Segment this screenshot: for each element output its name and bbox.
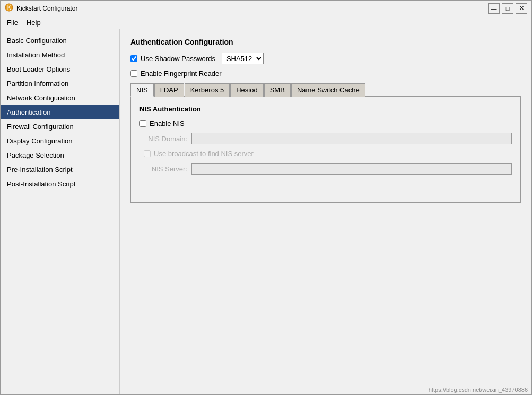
shadow-passwords-checkbox[interactable] [130, 55, 137, 62]
nis-server-row: NIS Server: [139, 163, 512, 175]
tab-smb[interactable]: SMB [264, 83, 291, 97]
fingerprint-label: Enable Fingerprint Reader [141, 70, 221, 78]
use-broadcast-row: Use broadcast to find NIS server [144, 150, 512, 158]
menu-help[interactable]: Help [22, 18, 45, 28]
content-area: Basic Configuration Installation Method … [1, 29, 531, 394]
tab-ldap[interactable]: LDAP [154, 83, 184, 97]
sha512-dropdown[interactable]: SHA512 MD5 SHA256 [222, 53, 264, 64]
sidebar-item-installation-method[interactable]: Installation Method [1, 48, 119, 62]
window-controls: — □ ✕ [488, 3, 527, 14]
nis-domain-input[interactable] [191, 133, 512, 144]
use-broadcast-checkbox[interactable] [144, 150, 151, 157]
nis-domain-row: NIS Domain: [139, 133, 512, 144]
maximize-button[interactable]: □ [502, 3, 513, 14]
section-title: Authentication Configuration [130, 38, 521, 46]
use-broadcast-label: Use broadcast to find NIS server [154, 150, 254, 158]
title-bar: K Kickstart Configurator — □ ✕ [1, 1, 531, 16]
svg-text:K: K [7, 5, 11, 11]
sidebar-item-basic-configuration[interactable]: Basic Configuration [1, 33, 119, 48]
fingerprint-checkbox[interactable] [130, 70, 137, 77]
sidebar: Basic Configuration Installation Method … [1, 29, 120, 394]
sidebar-item-network-configuration[interactable]: Network Configuration [1, 91, 119, 105]
nis-domain-label: NIS Domain: [139, 135, 187, 143]
fingerprint-row: Enable Fingerprint Reader [130, 70, 521, 78]
watermark: https://blog.csdn.net/weixin_43970886 [429, 387, 528, 393]
close-button[interactable]: ✕ [516, 3, 527, 14]
minimize-button[interactable]: — [488, 3, 500, 14]
sidebar-item-boot-loader-options[interactable]: Boot Loader Options [1, 62, 119, 76]
nis-section-title: NIS Authentication [139, 105, 512, 113]
tab-nis[interactable]: NIS [130, 83, 154, 97]
sidebar-item-firewall-configuration[interactable]: Firewall Configuration [1, 119, 119, 134]
enable-nis-label: Enable NIS [150, 119, 185, 127]
enable-nis-row: Enable NIS [139, 119, 512, 127]
sidebar-item-package-selection[interactable]: Package Selection [1, 148, 119, 162]
menu-file[interactable]: File [3, 18, 22, 28]
app-icon: K [5, 3, 13, 13]
sidebar-item-authentication[interactable]: Authentication [1, 105, 119, 119]
enable-nis-checkbox[interactable] [139, 120, 146, 127]
tab-name-switch-cache[interactable]: Name Switch Cache [291, 83, 365, 97]
tab-hesiod[interactable]: Hesiod [230, 83, 263, 97]
menu-bar: File Help [1, 16, 531, 29]
main-panel: Authentication Configuration Use Shadow … [120, 29, 531, 394]
sidebar-item-post-installation-script[interactable]: Post-Installation Script [1, 177, 119, 191]
nis-server-label: NIS Server: [139, 165, 187, 173]
nis-server-input[interactable] [191, 163, 512, 175]
shadow-passwords-row: Use Shadow Passwords SHA512 MD5 SHA256 [130, 53, 521, 64]
window-title: Kickstart Configurator [16, 5, 77, 12]
tab-content-nis: NIS Authentication Enable NIS NIS Domain… [130, 97, 521, 203]
sidebar-item-partition-information[interactable]: Partition Information [1, 76, 119, 91]
tab-kerberos5[interactable]: Kerberos 5 [185, 83, 230, 97]
auth-tab-bar: NIS LDAP Kerberos 5 Hesiod SMB Name Swit… [130, 83, 521, 97]
sidebar-item-pre-installation-script[interactable]: Pre-Installation Script [1, 162, 119, 177]
sidebar-item-display-configuration[interactable]: Display Configuration [1, 134, 119, 148]
shadow-passwords-label: Use Shadow Passwords [141, 55, 215, 63]
